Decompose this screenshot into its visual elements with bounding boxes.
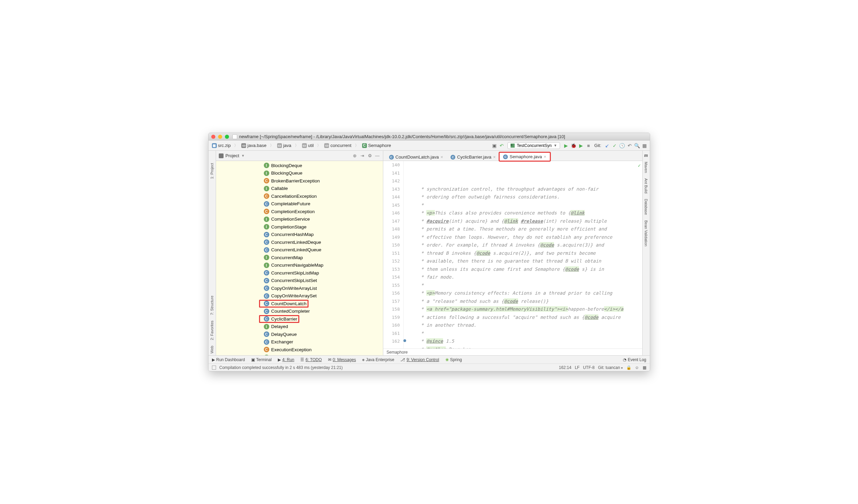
breadcrumb-pkg2[interactable]: ▭util [301, 142, 315, 149]
project-tree[interactable]: IBlockingDequeIBlockingQueueCBrokenBarri… [216, 161, 383, 355]
tree-node-callable[interactable]: ICallable [216, 185, 383, 193]
scratch-icon[interactable]: ▣ [491, 143, 497, 149]
database-tool-tab[interactable]: Database [643, 197, 649, 217]
event-log-tab[interactable]: ◔Event Log [623, 357, 646, 362]
memory-indicator-icon[interactable]: ▦ [643, 365, 646, 370]
messages-tab[interactable]: ✉0: Messages [328, 357, 356, 362]
close-tab-icon[interactable]: × [544, 154, 546, 159]
web-tool-tab[interactable]: Web [209, 344, 215, 355]
tree-node-countedcompleter[interactable]: CCountedCompleter [216, 308, 383, 315]
tree-node-exchanger[interactable]: CExchanger [216, 338, 383, 346]
interface-icon: I [264, 263, 269, 268]
tree-node-completionexception[interactable]: CCompletionException [216, 208, 383, 216]
hector-icon[interactable]: ☺ [635, 365, 639, 370]
editor-breadcrumb[interactable]: Semaphore [383, 349, 642, 355]
vcs-icon: ⎇ [400, 357, 405, 362]
lock-icon[interactable]: 🔒 [626, 365, 631, 370]
editor-tab-semaphore[interactable]: CSemaphore.java× [499, 152, 550, 161]
caret-position[interactable]: 162:14 [559, 365, 571, 370]
close-tab-icon[interactable]: × [441, 154, 443, 160]
tree-node-concurrentmap[interactable]: IConcurrentMap [216, 254, 383, 262]
inspection-ok-icon[interactable]: ✓ [638, 162, 641, 170]
tree-node-executionexception[interactable]: CExecutionException [216, 346, 383, 354]
search-button[interactable]: 🔍 [634, 143, 640, 149]
collapse-all-icon[interactable]: ⇥ [360, 153, 365, 159]
stop-button[interactable]: ■ [585, 143, 591, 149]
editor-tab-countdownlatch[interactable]: CCountDownLatch.java× [385, 153, 447, 161]
tree-node-completionservice[interactable]: ICompletionService [216, 216, 383, 223]
tree-node-concurrentlinkeddeque[interactable]: CConcurrentLinkedDeque [216, 238, 383, 246]
tree-node-executor[interactable]: IExecutor [216, 354, 383, 356]
tree-node-cancellationexception[interactable]: CCancellationException [216, 192, 383, 200]
maven-tool-tab-label[interactable]: Maven [643, 160, 649, 175]
interface-icon: I [264, 217, 269, 222]
tree-node-label: Executor [271, 355, 289, 355]
java-enterprise-tab[interactable]: ⎈Java Enterprise [362, 357, 394, 362]
hide-panel-icon[interactable]: — [375, 153, 380, 159]
run-tab[interactable]: ▶4: Run [278, 357, 294, 362]
exception-icon: C [264, 193, 269, 199]
code-editor[interactable]: ✓ * synchronization control, the through… [404, 161, 642, 349]
coverage-button[interactable]: ▶ [578, 143, 584, 149]
tree-node-concurrenthashmap[interactable]: CConcurrentHashMap [216, 231, 383, 239]
minimize-window-button[interactable] [218, 135, 222, 139]
ide-settings-button[interactable]: ▦ [642, 143, 648, 149]
close-window-button[interactable] [211, 135, 215, 139]
vcs-commit-button[interactable]: ✓ [612, 143, 618, 149]
breadcrumb-pkg3[interactable]: ▭concurrent [323, 142, 353, 149]
project-view-label[interactable]: Project [226, 153, 239, 158]
version-control-tab[interactable]: ⎇9: Version Control [400, 357, 439, 362]
git-branch[interactable]: Git: tuancan ▾ [598, 365, 623, 370]
maven-tool-tab[interactable]: m [644, 153, 648, 158]
run-dashboard-tab[interactable]: ▶Run Dashboard [212, 357, 245, 362]
ant-tool-tab[interactable]: Ant Build [643, 176, 649, 195]
breadcrumb-class[interactable]: CSemaphore [361, 142, 392, 149]
status-bar: Compilation completed successfully in 2 … [209, 364, 650, 371]
tree-node-concurrentskiplistset[interactable]: CConcurrentSkipListSet [216, 277, 383, 285]
status-tool-icon[interactable] [212, 366, 216, 370]
structure-tool-tab[interactable]: 7: Structure [209, 294, 215, 317]
dropdown-arrow-icon[interactable]: ▼ [241, 154, 245, 158]
tree-node-delayed[interactable]: IDelayed [216, 323, 383, 331]
editor-tab-cyclicbarrier[interactable]: CCyclicBarrier.java× [447, 153, 499, 161]
history-button[interactable]: 🕓 [619, 143, 625, 149]
run-configuration-selector[interactable]: C TestConcurrentSyn ▼ [507, 142, 560, 149]
favorites-tool-tab[interactable]: 2: Favorites [209, 318, 215, 342]
tree-node-blockingqueue[interactable]: IBlockingQueue [216, 169, 383, 177]
titlebar[interactable]: newframe [~/SpringSpace/newframe] - /Lib… [209, 133, 650, 140]
tree-node-copyonwritearraylist[interactable]: CCopyOnWriteArrayList [216, 284, 383, 292]
breadcrumb-module[interactable]: ▭java.base [240, 142, 268, 149]
class-icon: C [451, 155, 455, 160]
tree-node-copyonwritearrayset[interactable]: CCopyOnWriteArraySet [216, 292, 383, 300]
vcs-update-button[interactable]: ↙ [604, 143, 610, 149]
tree-node-delayqueue[interactable]: CDelayQueue [216, 330, 383, 338]
breadcrumb-pkg1[interactable]: ▭java [276, 142, 293, 149]
spring-tab[interactable]: ❀Spring [445, 357, 462, 362]
line-number-gutter[interactable]: 1401411421431441451461471481491501511521… [383, 161, 404, 349]
zoom-window-button[interactable] [225, 135, 229, 139]
tree-node-countdownlatch[interactable]: CCountDownLatch [259, 300, 309, 308]
file-encoding[interactable]: UTF-8 [583, 365, 595, 370]
run-button[interactable]: ▶ [563, 143, 569, 149]
back-icon[interactable]: ↶ [499, 143, 505, 149]
bean-validation-tool-tab[interactable]: Bean Validation [643, 218, 649, 248]
tree-node-concurrentlinkedqueue[interactable]: CConcurrentLinkedQueue [216, 246, 383, 254]
settings-gear-icon[interactable]: ⚙ [367, 153, 373, 159]
tree-node-concurrentnavigablemap[interactable]: IConcurrentNavigableMap [216, 262, 383, 269]
todo-tab[interactable]: ☰6: TODO [300, 357, 322, 362]
tree-node-brokenbarrierexception[interactable]: CBrokenBarrierException [216, 177, 383, 185]
breadcrumb-srczip[interactable]: ▦src.zip [211, 142, 232, 149]
scroll-from-source-icon[interactable]: ⊕ [352, 153, 358, 159]
tree-node-concurrentskiplistmap[interactable]: CConcurrentSkipListMap [216, 269, 383, 277]
tree-node-cyclicbarrier[interactable]: CCyclicBarrier [259, 315, 300, 323]
tree-node-blockingdeque[interactable]: IBlockingDeque [216, 162, 383, 169]
terminal-tab[interactable]: ▣Terminal [251, 357, 272, 362]
project-tool-tab[interactable]: 1: Project [209, 161, 215, 181]
debug-button[interactable]: 🐞 [570, 143, 576, 149]
tree-node-completionstage[interactable]: ICompletionStage [216, 223, 383, 231]
revert-button[interactable]: ↶ [627, 143, 633, 149]
tree-node-completablefuture[interactable]: CCompletableFuture [216, 200, 383, 208]
interface-icon: I [264, 324, 269, 329]
line-separator[interactable]: LF [575, 365, 580, 370]
close-tab-icon[interactable]: × [493, 154, 496, 160]
